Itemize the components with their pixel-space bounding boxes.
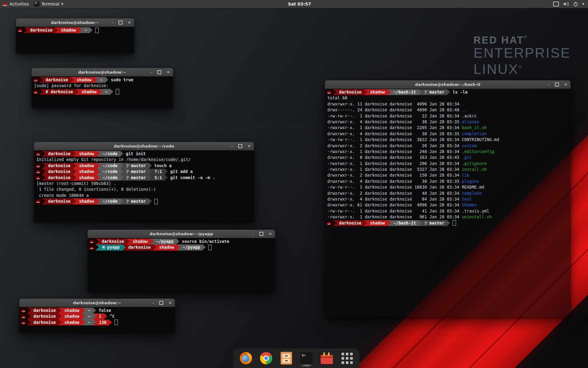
powerline-separator (73, 175, 76, 181)
close-button[interactable]: ✕ (167, 70, 170, 74)
dock-item-files[interactable] (280, 352, 293, 365)
app-grid-icon (350, 361, 353, 364)
prompt-segment: 1 (96, 313, 104, 319)
powerline-separator (176, 239, 179, 244)
powerline-separator (333, 220, 336, 226)
maximize-button[interactable] (238, 144, 242, 148)
minimize-button[interactable]: – (111, 21, 114, 25)
powerline-separator (447, 220, 450, 226)
prompt-segment-label: 130 (99, 320, 106, 325)
terminal-cursor (154, 199, 158, 204)
dock-item-terminal[interactable]: $> (300, 352, 313, 365)
file-name: test (462, 197, 472, 201)
dock-item-app-grid[interactable] (341, 352, 353, 365)
git-branch-icon (424, 90, 428, 94)
chevron-down-icon: ▼ (61, 2, 63, 6)
prompt-segment: ~/bash-it (391, 220, 419, 226)
window-titlebar[interactable]: darknoise@shadow:~–✕ (16, 18, 134, 27)
prompt-segment: darknoise (45, 198, 73, 204)
redhat-segment (325, 220, 333, 226)
file-name: uninstall.sh (462, 214, 492, 219)
close-button[interactable]: ✕ (247, 144, 251, 148)
minimize-button[interactable]: – (548, 82, 550, 86)
powerline-arrow-icon (99, 89, 102, 94)
prompt-segment: darknoise (45, 175, 73, 181)
maximize-button[interactable] (555, 82, 559, 86)
prompt-segment: ~/code (100, 198, 120, 204)
powerline-separator (71, 77, 74, 83)
redhat-icon (36, 152, 40, 155)
window-titlebar[interactable]: darknoise@shadow:~/code–✕ (34, 142, 254, 151)
powerline-arrow-icon (73, 198, 76, 204)
terminal-content[interactable]: darknoiseshadow~/codegit initInitialized… (34, 150, 254, 222)
window-titlebar[interactable]: darknoise@shadow:~/bash-it–✕ (325, 80, 571, 89)
prompt-segment: # darknoise (43, 89, 76, 95)
close-button[interactable]: ✕ (168, 301, 172, 305)
redhat-icon (21, 309, 25, 312)
powerline-arrow-icon (447, 220, 450, 226)
prompt-segment-label: darknoise (48, 175, 70, 181)
clock[interactable]: Sat 03:57 (288, 2, 311, 6)
close-button[interactable]: ✕ (269, 232, 272, 236)
maximize-button[interactable] (119, 21, 123, 25)
window-titlebar[interactable]: darknoise@shadow:~–✕ (32, 68, 173, 77)
powerline-separator (149, 175, 152, 181)
chrome-icon (260, 352, 272, 364)
prompt-segment-label: darknoise (102, 239, 124, 244)
prompt-line: darknoiseshadow~/codemastertouch a (34, 163, 254, 169)
activities-label: Activities (9, 2, 29, 6)
terminal-content[interactable]: darknoiseshadow~falsedarknoiseshadow~1^C… (19, 307, 175, 332)
file-name: .. (462, 107, 467, 112)
terminal-content[interactable]: darknoiseshadow~sudo true[sudo] password… (32, 76, 173, 108)
powerline-separator (55, 27, 58, 33)
dock: $> (233, 348, 360, 368)
prompt-segment-label: master (131, 169, 146, 174)
maximize-button[interactable] (157, 70, 161, 74)
minimize-button[interactable]: – (152, 301, 154, 305)
prompt-segment: shadow (62, 313, 82, 319)
system-status-area[interactable]: ▼ (551, 0, 586, 8)
git-branch-icon (126, 164, 129, 168)
file-listing-row: -rwxrwxr-x. 1 darknoise darknoise 961 Ja… (325, 214, 571, 220)
command-text: git commit -a -m . (168, 175, 215, 181)
prompt-segment: ~/bash-it (391, 89, 419, 95)
powerline-arrow-icon (79, 27, 82, 33)
file-name: custom (462, 143, 477, 148)
prompt-segment: shadow (79, 89, 99, 95)
file-name: lib (462, 173, 469, 178)
prompt-segment: 130 (96, 320, 109, 325)
powerline-arrow-icon (104, 313, 107, 319)
brand-line-linux: LINUX® (473, 60, 571, 76)
powerline-separator (42, 163, 45, 169)
minimize-button[interactable]: – (252, 232, 254, 236)
minimize-button[interactable]: – (150, 70, 153, 74)
close-button[interactable]: ✕ (128, 21, 131, 25)
dock-item-firefox[interactable] (239, 352, 252, 365)
minimize-button[interactable]: – (231, 144, 233, 148)
prompt-segment-label: ~/pyapp (156, 239, 174, 244)
terminal-content[interactable]: darknoiseshadow~ (16, 27, 134, 53)
window-titlebar[interactable]: darknoise@shadow:~/pyapp–✕ (88, 230, 275, 238)
app-menu-terminal[interactable]: $> Terminal ▼ (32, 0, 66, 8)
terminal-content[interactable]: darknoiseshadow~/bash-itmasterls -latota… (325, 89, 571, 317)
prompt-segment-label: ?:1 (155, 169, 162, 174)
file-meta-text: -rwxrwxr-x. 1 darknoise darknoise 5327 J… (327, 167, 462, 172)
terminal-content[interactable]: darknoiseshadow~/pyappsource bin/activat… (88, 238, 275, 292)
activities-button[interactable]: Activities (0, 0, 32, 8)
window-titlebar[interactable]: darknoise@shadow:~–✕ (19, 299, 175, 307)
python-icon (102, 246, 105, 249)
prompt-segment: darknoise (45, 169, 73, 174)
file-name: template (462, 191, 482, 196)
powerline-separator (149, 198, 152, 204)
dock-item-toolbox[interactable] (320, 352, 333, 365)
file-listing-row: drwxrwxr-x. 2 darknoise darknoise 150 Ja… (325, 172, 571, 178)
maximize-button[interactable] (259, 232, 263, 236)
prompt-segment-label: ~/code (103, 169, 118, 174)
prompt-segment-label: pyapp (107, 244, 120, 250)
file-listing-row: drwxrwxr-x. 11 darknoise darknoise 4096 … (325, 101, 571, 107)
close-button[interactable]: ✕ (564, 82, 567, 86)
maximize-button[interactable] (159, 301, 163, 305)
powerline-arrow-icon (165, 169, 168, 174)
prompt-segment-label: darknoise (48, 151, 70, 157)
dock-item-chrome[interactable] (260, 352, 273, 365)
